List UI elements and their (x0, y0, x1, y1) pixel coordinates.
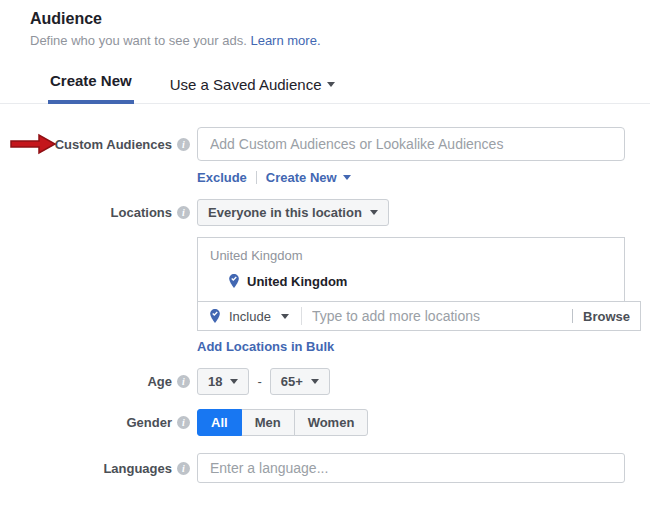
languages-input[interactable] (197, 453, 625, 483)
chevron-down-icon (343, 175, 351, 180)
languages-label: Languages (103, 461, 172, 476)
location-pin-icon (208, 308, 222, 324)
age-label: Age (147, 374, 172, 389)
header: Audience Define who you want to see your… (0, 0, 650, 48)
age-max-value: 65+ (281, 374, 303, 389)
locations-label: Locations (111, 205, 172, 220)
exclude-link[interactable]: Exclude (197, 170, 247, 185)
divider (256, 171, 257, 184)
selected-location-item[interactable]: United Kingdom (210, 273, 612, 289)
tab-create-new[interactable]: Create New (48, 72, 134, 104)
chevron-down-icon (311, 379, 319, 384)
chevron-down-icon[interactable] (281, 314, 289, 319)
page-title: Audience (30, 10, 650, 28)
info-icon[interactable]: i (177, 462, 190, 475)
audience-form: Custom Audiences i Exclude Create New Lo… (0, 127, 650, 483)
info-icon[interactable]: i (177, 375, 190, 388)
languages-row: Languages i (0, 453, 650, 483)
subtitle: Define who you want to see your ads. Lea… (30, 33, 650, 48)
annotation-arrow-icon (8, 132, 58, 156)
divider (301, 307, 302, 325)
locations-row: Locations i Everyone in this location (0, 199, 650, 226)
location-pin-icon (227, 273, 241, 289)
include-dropdown[interactable]: Include (229, 309, 271, 324)
create-new-link[interactable]: Create New (266, 170, 337, 185)
subtitle-text: Define who you want to see your ads. (30, 33, 247, 48)
age-label-cell: Age i (0, 374, 190, 389)
bulk-locations-row: Add Locations in Bulk (0, 339, 650, 354)
tab-use-saved-label: Use a Saved Audience (170, 76, 322, 93)
tab-use-saved-audience[interactable]: Use a Saved Audience (168, 76, 338, 104)
add-locations-bulk-link[interactable]: Add Locations in Bulk (197, 339, 334, 354)
custom-audiences-row: Custom Audiences i (0, 127, 650, 161)
location-scope-value: Everyone in this location (208, 205, 362, 220)
gender-option-women[interactable]: Women (294, 409, 369, 436)
gender-option-all[interactable]: All (197, 409, 242, 436)
gender-label-cell: Gender i (0, 415, 190, 430)
age-min-value: 18 (208, 374, 222, 389)
selected-location-name: United Kingdom (247, 274, 347, 289)
location-search-input[interactable] (312, 308, 566, 324)
info-icon[interactable]: i (177, 138, 190, 151)
location-summary: United Kingdom (210, 248, 612, 263)
age-min-dropdown[interactable]: 18 (197, 368, 249, 395)
location-scope-dropdown[interactable]: Everyone in this location (197, 199, 389, 226)
chevron-down-icon (327, 82, 335, 87)
learn-more-link[interactable]: Learn more. (250, 33, 320, 48)
selected-locations-box: United Kingdom United Kingdom (197, 237, 625, 302)
audience-section: Audience Define who you want to see your… (0, 0, 650, 522)
tab-create-new-label: Create New (50, 72, 132, 89)
locations-panel-row: United Kingdom United Kingdom Incl (0, 237, 650, 331)
info-icon[interactable]: i (177, 416, 190, 429)
location-search-bar: Include Browse (197, 301, 641, 331)
age-row: Age i 18 - 65+ (0, 368, 650, 395)
gender-row: Gender i All Men Women (0, 409, 650, 436)
gender-option-men[interactable]: Men (241, 409, 295, 436)
age-separator: - (257, 374, 261, 389)
age-max-dropdown[interactable]: 65+ (270, 368, 330, 395)
info-icon[interactable]: i (177, 206, 190, 219)
languages-label-cell: Languages i (0, 461, 190, 476)
chevron-down-icon (230, 379, 238, 384)
custom-audiences-input[interactable] (197, 127, 625, 161)
audience-tabbar: Create New Use a Saved Audience (0, 72, 650, 104)
gender-label: Gender (126, 415, 172, 430)
custom-audiences-links-row: Exclude Create New (0, 170, 650, 185)
divider (572, 309, 573, 323)
locations-label-cell: Locations i (0, 205, 190, 220)
browse-button[interactable]: Browse (583, 309, 630, 324)
custom-audiences-content (197, 127, 625, 161)
custom-audiences-label: Custom Audiences (55, 137, 172, 152)
gender-segmented-control: All Men Women (197, 409, 368, 436)
chevron-down-icon (370, 210, 378, 215)
